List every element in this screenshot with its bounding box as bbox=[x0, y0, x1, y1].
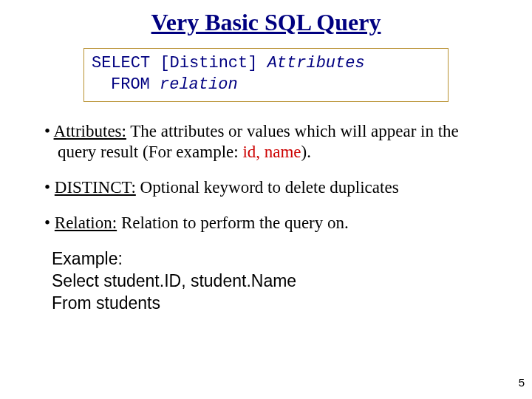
page-number: 5 bbox=[519, 376, 525, 389]
code-line-1: SELECT [Distinct] Attributes bbox=[92, 53, 440, 75]
keyword-select: SELECT bbox=[92, 54, 150, 72]
sql-syntax-box: SELECT [Distinct] Attributes FROM relati… bbox=[83, 48, 449, 102]
example-line-2: From students bbox=[52, 293, 495, 315]
arg-attributes: Attributes bbox=[267, 54, 365, 72]
keyword-from: FROM bbox=[111, 75, 150, 94]
slide-title: Very Basic SQL Query bbox=[37, 9, 495, 36]
bullet-attributes-text2: ). bbox=[301, 143, 311, 161]
highlight-id-name: id, name bbox=[242, 143, 301, 161]
term-relation: Relation: bbox=[55, 214, 117, 232]
bullet-distinct-text: Optional keyword to delete duplicates bbox=[136, 178, 399, 197]
example-block: Example: Select student.ID, student.Name… bbox=[52, 248, 495, 315]
term-distinct: DISTINCT: bbox=[55, 178, 136, 197]
term-attributes: Attributes: bbox=[54, 122, 126, 140]
bullet-list: Attributes: The attributes or values whi… bbox=[44, 121, 495, 233]
arg-relation: relation bbox=[160, 75, 238, 94]
bullet-distinct: DISTINCT: Optional keyword to delete dup… bbox=[44, 177, 495, 198]
example-label: Example: bbox=[52, 248, 495, 270]
bullet-relation-text: Relation to perform the query on. bbox=[117, 214, 349, 232]
code-line-2: FROM relation bbox=[92, 75, 440, 96]
slide: Very Basic SQL Query SELECT [Distinct] A… bbox=[0, 0, 532, 399]
example-line-1: Select student.ID, student.Name bbox=[52, 270, 495, 293]
bullet-relation: Relation: Relation to perform the query … bbox=[44, 213, 495, 233]
optional-distinct: [Distinct] bbox=[160, 54, 257, 72]
bullet-attributes: Attributes: The attributes or values whi… bbox=[44, 121, 495, 163]
